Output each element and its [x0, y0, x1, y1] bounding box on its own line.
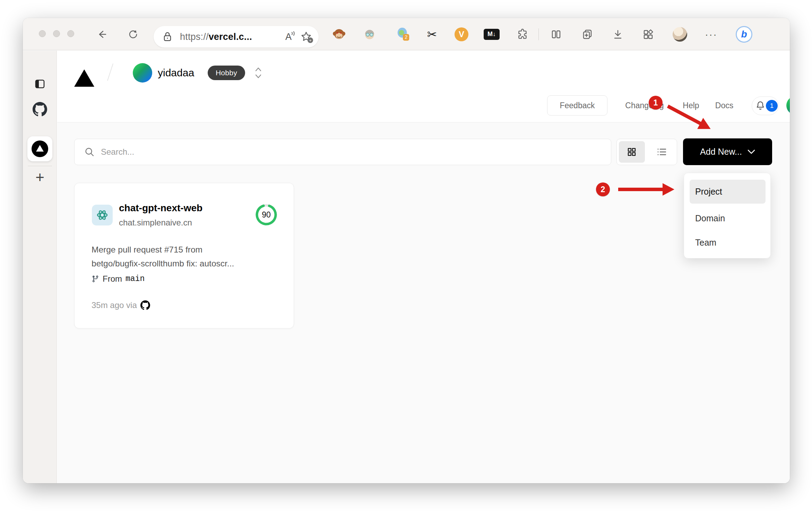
lock-icon — [163, 32, 172, 42]
list-view-button[interactable] — [649, 141, 675, 163]
minimize-window-button[interactable] — [53, 30, 60, 37]
add-new-dropdown: Project Domain Team — [684, 173, 771, 258]
dropdown-item-project[interactable]: Project — [690, 180, 766, 204]
team-name[interactable]: yidadaa — [158, 63, 194, 83]
breadcrumb-slash — [107, 63, 113, 81]
bing-chat-icon[interactable]: b — [734, 18, 754, 50]
tab-panel-icon[interactable] — [23, 78, 57, 89]
github-tab-icon[interactable] — [23, 102, 57, 117]
settings-more-icon[interactable]: ··· — [703, 18, 719, 50]
add-favorite-icon[interactable]: + — [301, 31, 312, 42]
browser-chrome: https://vercel.c... A + 2 ✂ V — [23, 18, 790, 50]
project-name[interactable]: chat-gpt-next-web — [119, 203, 202, 214]
project-card[interactable]: chat-gpt-next-web chat.simplenaive.cn 90… — [74, 183, 294, 328]
extension-badge: 2 — [405, 34, 407, 40]
collections-icon[interactable] — [580, 18, 595, 50]
url-text: https://vercel.c... — [180, 32, 252, 42]
browser-sidebar: + — [23, 51, 57, 483]
dropdown-item-team[interactable]: Team — [690, 231, 766, 255]
notification-count-badge: 1 — [766, 100, 778, 112]
branch-name: main — [126, 274, 145, 283]
split-screen-icon[interactable] — [548, 18, 564, 50]
search-box — [74, 139, 611, 165]
score-value: 90 — [255, 203, 278, 226]
zoom-window-button[interactable] — [67, 30, 74, 37]
project-domain[interactable]: chat.simplenaive.cn — [119, 218, 192, 228]
close-window-button[interactable] — [39, 30, 46, 37]
search-icon — [84, 147, 95, 157]
team-avatar[interactable] — [133, 63, 152, 83]
bell-icon — [755, 101, 765, 111]
vercel-logo[interactable] — [74, 63, 94, 70]
tampermonkey-extension-icon[interactable] — [331, 18, 347, 50]
add-new-button[interactable]: Add New... — [683, 138, 772, 165]
scissors-extension-icon[interactable]: ✂ — [424, 18, 440, 50]
feedback-button[interactable]: Feedback — [547, 95, 607, 116]
vercel-tab-active[interactable] — [27, 136, 52, 161]
downloads-icon[interactable] — [610, 18, 625, 50]
docs-link[interactable]: Docs — [715, 95, 733, 116]
openai-project-icon — [92, 205, 113, 225]
profile-avatar[interactable] — [672, 18, 688, 50]
github-icon — [140, 300, 150, 310]
read-aloud-icon[interactable]: A — [285, 32, 292, 42]
new-tab-button[interactable]: + — [23, 169, 57, 186]
deployment-meta: 35m ago via — [92, 300, 150, 310]
annotation-arrow-2 — [618, 183, 674, 196]
reload-button[interactable] — [125, 18, 140, 50]
extensions-puzzle-icon[interactable] — [515, 18, 530, 50]
address-bar[interactable]: https://vercel.c... A + — [154, 26, 319, 48]
dropdown-item-domain[interactable]: Domain — [690, 206, 766, 230]
grid-view-button[interactable] — [619, 141, 645, 163]
sidebar-divider — [28, 166, 52, 166]
markdown-extension-icon[interactable]: M↓ — [483, 18, 500, 50]
plan-badge: Hobby — [208, 66, 245, 80]
team-switcher-icon[interactable] — [253, 65, 263, 81]
branch-row: From main — [92, 274, 145, 284]
git-branch-icon — [92, 275, 99, 283]
chevron-down-icon — [748, 150, 755, 154]
annotation-step-2: 2 — [596, 182, 610, 196]
notifications-button[interactable]: 1 — [752, 96, 779, 115]
browser-window: https://vercel.c... A + 2 ✂ V — [23, 18, 790, 483]
apps-icon[interactable] — [641, 18, 656, 50]
annotation-step-1: 1 — [649, 96, 663, 110]
vercel-favicon — [32, 140, 48, 157]
toolbar-separator — [538, 28, 539, 40]
avatar-extension-icon[interactable] — [362, 18, 377, 50]
back-button[interactable] — [94, 18, 109, 50]
commit-message: Merge pull request #715 from betgo/bugfi… — [92, 243, 279, 271]
view-toggle — [616, 139, 677, 165]
search-input[interactable] — [101, 147, 611, 157]
session-extension-icon[interactable]: 2 — [396, 18, 411, 50]
user-avatar[interactable] — [786, 96, 790, 115]
v-extension-icon[interactable]: V — [454, 18, 469, 50]
score-ring: 90 — [255, 203, 278, 226]
